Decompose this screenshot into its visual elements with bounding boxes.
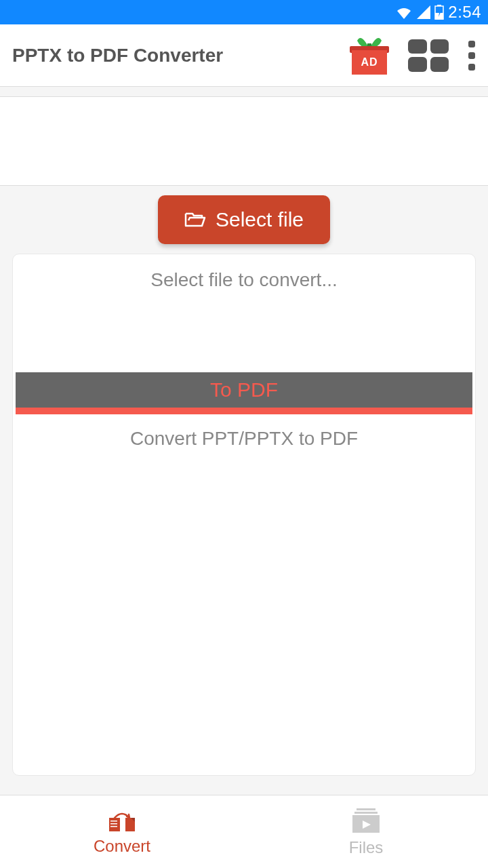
battery-icon <box>434 5 444 20</box>
convert-description: Convert PPT/PPTX to PDF <box>130 428 358 450</box>
svg-rect-4 <box>109 818 120 831</box>
app-bar-actions: AD <box>350 37 476 75</box>
nav-files-label: Files <box>349 838 384 857</box>
hint-text: Select file to convert... <box>150 269 337 291</box>
main-card: Select file to convert... To PDF Convert… <box>12 254 476 776</box>
nav-convert-label: Convert <box>94 837 150 856</box>
svg-rect-10 <box>354 812 378 814</box>
overflow-menu-button[interactable] <box>468 41 476 71</box>
ad-banner-placeholder <box>0 96 488 186</box>
wifi-icon <box>395 5 413 19</box>
app-bar: PPTX to PDF Converter AD <box>0 24 488 87</box>
ad-gift-button[interactable]: AD <box>350 37 389 75</box>
svg-rect-9 <box>357 808 375 810</box>
svg-rect-6 <box>110 823 117 825</box>
ad-label: AD <box>361 56 378 68</box>
app-title: PPTX to PDF Converter <box>12 45 223 66</box>
bottom-nav: Convert Files <box>0 795 488 868</box>
status-bar: 2:54 <box>0 0 488 24</box>
folder-open-icon <box>184 211 206 229</box>
convert-icon <box>104 808 140 833</box>
svg-rect-7 <box>110 826 117 827</box>
apps-grid-button[interactable] <box>408 39 449 72</box>
nav-convert-tab[interactable]: Convert <box>0 795 244 868</box>
select-file-label: Select file <box>216 208 304 231</box>
nav-files-tab[interactable]: Files <box>244 795 488 868</box>
gift-box: AD <box>352 50 387 75</box>
status-time: 2:54 <box>448 3 481 22</box>
select-file-button[interactable]: Select file <box>158 195 330 244</box>
svg-rect-5 <box>110 821 117 822</box>
to-pdf-label: To PDF <box>210 378 278 401</box>
files-icon <box>350 807 382 834</box>
signal-icon <box>417 5 430 19</box>
to-pdf-button[interactable]: To PDF <box>16 372 472 414</box>
